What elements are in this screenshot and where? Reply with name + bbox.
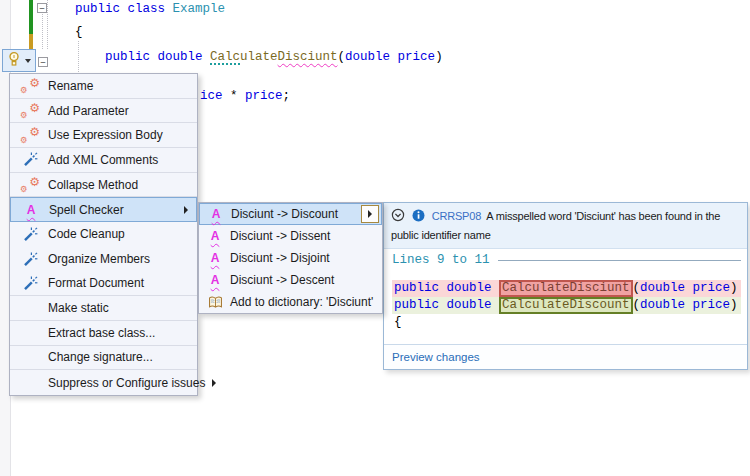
- submenu-item-discount[interactable]: A Disciunt -> Discount: [199, 203, 382, 225]
- panel-body: Lines 9 to 11 public double CalculateDis…: [384, 249, 747, 344]
- spellcheck-icon: A: [205, 227, 225, 245]
- gears-icon: ⚙⚙: [19, 126, 41, 144]
- code-fold-toggle-method[interactable]: −: [38, 57, 48, 67]
- issue-preview-panel: CRRSP08 A misspelled word 'Disciunt' has…: [383, 202, 748, 370]
- param-name: price: [693, 281, 731, 295]
- collapse-chevron-icon[interactable]: [391, 208, 405, 227]
- code-line-method-signature: public double CalculateDisciunt(double p…: [105, 50, 443, 65]
- submenu-item-descent[interactable]: A Disciunt -> Descent: [199, 269, 382, 291]
- spellcheck-icon: A: [205, 271, 225, 289]
- submenu-arrow-icon: [184, 206, 188, 214]
- operator: *: [223, 89, 246, 103]
- gears-icon: ⚙⚙: [19, 176, 41, 194]
- lines-range-label: Lines 9 to 11: [392, 252, 490, 268]
- submenu-item-dissent[interactable]: A Disciunt -> Dissent: [199, 225, 382, 247]
- wand-icon: [19, 274, 41, 292]
- code-line-class-declaration: public class Example: [75, 2, 225, 17]
- wand-icon: [19, 250, 41, 268]
- diff-line-removed: public double CalculateDisciunt(double p…: [392, 280, 741, 297]
- panel-footer: Preview changes: [384, 344, 747, 369]
- keyword: public class: [75, 2, 173, 16]
- keyword: public double: [105, 50, 210, 64]
- menu-item-suppress-or-configure[interactable]: Suppress or Configure issues: [10, 370, 197, 395]
- menu-item-label: Suppress or Configure issues: [48, 376, 205, 390]
- menu-icon-placeholder: [19, 374, 41, 392]
- indent-guide: [47, 0, 48, 49]
- submenu-item-label: Disciunt -> Descent: [230, 273, 334, 287]
- lightbulb-actions-button[interactable]: [2, 49, 36, 72]
- submenu-item-label: Disciunt -> Disjoint: [230, 251, 330, 265]
- code-line-return-statement-partial: ice * price;: [200, 89, 290, 104]
- method-name-hint: Calc: [210, 50, 240, 64]
- submenu-arrow-icon: [212, 379, 216, 387]
- menu-item-label: Make static: [48, 301, 109, 315]
- lines-range-row: Lines 9 to 11: [392, 252, 741, 268]
- param-keyword: double: [345, 50, 398, 64]
- misspelled-word: Disciunt: [278, 50, 338, 64]
- paren: (: [633, 281, 641, 295]
- menu-item-label: Collapse Method: [48, 178, 138, 192]
- diff-line-added: public double CalculateDiscount(double p…: [392, 297, 741, 314]
- submenu-item-disjoint[interactable]: A Disciunt -> Disjoint: [199, 247, 382, 269]
- menu-icon-placeholder: [19, 324, 41, 342]
- menu-item-organize-members[interactable]: Organize Members: [10, 247, 197, 272]
- menu-item-label: Spell Checker: [49, 203, 124, 217]
- param-name: price: [693, 298, 731, 312]
- paren: ): [730, 281, 738, 295]
- issue-code-link[interactable]: CRRSP08: [432, 210, 481, 222]
- menu-item-rename[interactable]: ⚙⚙ Rename: [10, 74, 197, 99]
- menu-item-spell-checker[interactable]: A Spell Checker: [10, 197, 197, 222]
- keyword: public double: [394, 298, 499, 312]
- gears-icon: ⚙⚙: [19, 102, 41, 120]
- menu-item-use-expression-body[interactable]: ⚙⚙ Use Expression Body: [10, 123, 197, 148]
- paren: (: [633, 298, 641, 312]
- keyword: public double: [394, 281, 499, 295]
- menu-item-code-cleanup[interactable]: Code Cleanup: [10, 222, 197, 247]
- spellcheck-icon: A: [205, 249, 225, 267]
- old-identifier-box: CalculateDisciunt: [499, 280, 633, 297]
- code-fold-toggle[interactable]: −: [37, 3, 47, 13]
- paren: ): [730, 298, 738, 312]
- gears-icon: ⚙⚙: [19, 77, 41, 95]
- horizontal-rule: [498, 260, 741, 261]
- diff-line-context: {: [392, 314, 741, 331]
- menu-item-change-signature[interactable]: Change signature...: [10, 346, 197, 371]
- submenu-item-label: Disciunt -> Discount: [231, 207, 338, 221]
- preview-changes-link[interactable]: Preview changes: [392, 351, 480, 363]
- menu-item-label: Use Expression Body: [48, 128, 163, 142]
- change-tracking-bar-unsaved: [29, 34, 33, 50]
- menu-item-label: Rename: [48, 79, 93, 93]
- code-diff: public double CalculateDisciunt(double p…: [392, 280, 741, 331]
- spellcheck-icon: A: [20, 201, 42, 219]
- fold-guide-line: [42, 14, 43, 49]
- wand-icon: [19, 151, 41, 169]
- identifier: ice: [200, 89, 223, 103]
- expand-preview-button[interactable]: [361, 205, 379, 223]
- panel-header: CRRSP08 A misspelled word 'Disciunt' has…: [384, 203, 747, 249]
- menu-item-label: Add Parameter: [48, 104, 129, 118]
- menu-item-make-static[interactable]: Make static: [10, 296, 197, 321]
- menu-icon-placeholder: [19, 348, 41, 366]
- param-keyword: double: [640, 281, 693, 295]
- menu-item-label: Organize Members: [48, 252, 150, 266]
- menu-icon-placeholder: [19, 299, 41, 317]
- indent-guide: [78, 41, 79, 72]
- menu-item-format-document[interactable]: Format Document: [10, 272, 197, 297]
- menu-item-extract-base-class[interactable]: Extract base class...: [10, 321, 197, 346]
- lightbulb-icon: [7, 51, 21, 71]
- spellcheck-icon: A: [206, 205, 226, 223]
- code-line-open-brace: {: [75, 25, 83, 40]
- brace: {: [394, 315, 402, 329]
- param-name: price: [398, 50, 436, 64]
- book-icon: [205, 293, 225, 311]
- menu-item-collapse-method[interactable]: ⚙⚙ Collapse Method: [10, 173, 197, 198]
- menu-item-add-xml-comments[interactable]: Add XML Comments: [10, 148, 197, 173]
- submenu-item-add-to-dictionary[interactable]: Add to dictionary: 'Disciunt': [199, 291, 382, 313]
- menu-item-add-parameter[interactable]: ⚙⚙ Add Parameter: [10, 99, 197, 124]
- brace: {: [75, 25, 83, 39]
- semicolon: ;: [283, 89, 291, 103]
- menu-item-label: Code Cleanup: [48, 227, 125, 241]
- menu-item-label: Extract base class...: [48, 326, 155, 340]
- refactor-context-menu: ⚙⚙ Rename ⚙⚙ Add Parameter ⚙⚙ Use Expres…: [9, 73, 198, 396]
- chevron-down-icon: [25, 59, 31, 63]
